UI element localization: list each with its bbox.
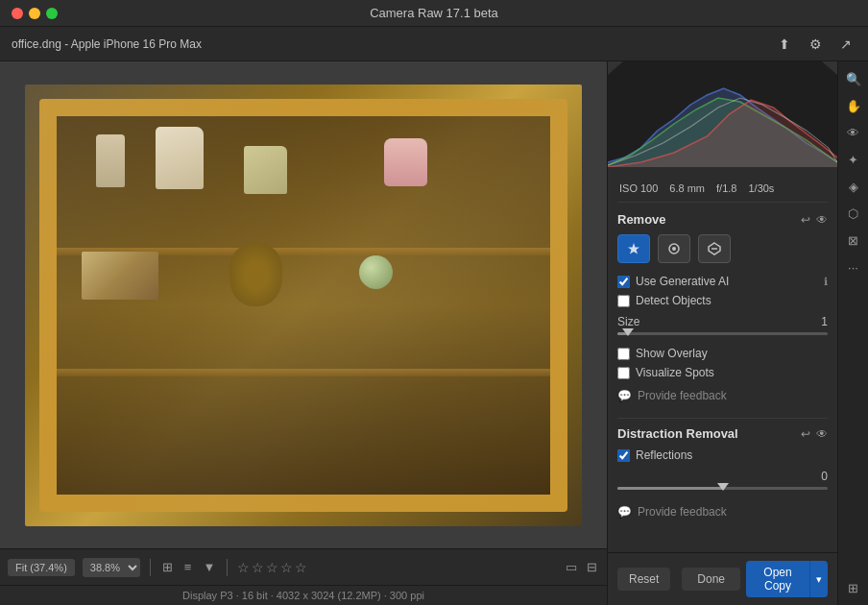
reflections-slider-fill: [617, 487, 723, 490]
zoom-select[interactable]: 38.8% 50% 100% Fit Fill: [83, 558, 140, 577]
distraction-feedback-icon: 💬: [617, 505, 632, 519]
settings-button[interactable]: ⚙: [805, 34, 826, 55]
fullscreen-button[interactable]: ↗: [835, 34, 856, 55]
star-5[interactable]: ☆: [295, 560, 307, 575]
show-overlay-checkbox[interactable]: [617, 348, 630, 360]
section-divider: [617, 418, 828, 419]
star-3[interactable]: ☆: [266, 560, 278, 575]
single-view-icon[interactable]: ▭: [564, 558, 579, 576]
window-title: Camera Raw 17.1 beta: [370, 6, 498, 20]
open-copy-button[interactable]: Open Copy: [746, 561, 809, 597]
obj-figurine-3: [244, 146, 287, 194]
use-generative-ai-label[interactable]: Use Generative AI: [636, 275, 729, 288]
zoom-tool-icon[interactable]: 🔍: [842, 67, 865, 90]
bottom-right-tools: ▭ ⊟: [564, 558, 599, 576]
reflections-checkbox[interactable]: [617, 449, 630, 462]
heal-tool-icon[interactable]: ✦: [842, 148, 865, 171]
remove-object-icon: [707, 241, 722, 256]
distraction-eye-icon[interactable]: 👁: [816, 427, 828, 441]
bottom-buttons: Reset Done Open Copy ▾: [608, 552, 837, 605]
reflections-slider-row: 0: [617, 470, 828, 490]
size-slider-track[interactable]: [617, 332, 828, 335]
reflections-slider-track[interactable]: [617, 487, 828, 490]
photo-preview[interactable]: [25, 85, 582, 526]
remove-section-header: Remove ↩ 👁: [617, 212, 828, 227]
minimize-button[interactable]: [29, 8, 40, 19]
grid-tool-icon[interactable]: ⊞: [842, 576, 865, 599]
done-button[interactable]: Done: [682, 568, 740, 591]
display-info-text: Display P3 · 16 bit · 4032 x 3024 (12.2M…: [182, 590, 424, 601]
heal-icon: [626, 241, 641, 256]
eye-tool-icon[interactable]: 👁: [842, 121, 865, 144]
file-info-left: office.dng - Apple iPhone 16 Pro Max: [12, 37, 202, 51]
toolbar-separator-1: [150, 559, 151, 576]
info-icon[interactable]: ℹ: [824, 276, 828, 288]
hand-tool-icon[interactable]: ✋: [842, 94, 865, 117]
distraction-title: Distraction Removal: [617, 426, 738, 441]
mask-tool-icon[interactable]: ⬡: [842, 202, 865, 225]
file-info-bar: office.dng - Apple iPhone 16 Pro Max ⬆ ⚙…: [0, 27, 868, 61]
reset-button[interactable]: Reset: [617, 568, 670, 591]
remove-feedback-button[interactable]: 💬 Provide feedback: [617, 385, 727, 406]
shutter-stat: 1/30s: [748, 182, 774, 194]
split-view-icon[interactable]: ⊟: [585, 558, 599, 576]
visualize-spots-label[interactable]: Visualize Spots: [636, 366, 714, 379]
toolbar-separator-2: [227, 559, 228, 576]
distraction-undo-icon[interactable]: ↩: [801, 427, 810, 441]
more-tools-icon[interactable]: ···: [842, 255, 865, 278]
size-slider-label-row: Size 1: [617, 315, 828, 328]
focal-stat: 6.8 mm: [669, 182, 705, 194]
right-panel-wrapper: ISO 100 6.8 mm f/1.8 1/30s Remove ↩ 👁: [607, 61, 868, 605]
cabinet-frame: [39, 99, 567, 512]
share-button[interactable]: ⬆: [774, 34, 795, 55]
panel-content: ISO 100 6.8 mm f/1.8 1/30s Remove ↩ 👁: [608, 167, 837, 552]
reflections-slider-thumb[interactable]: [717, 483, 729, 491]
undo-icon[interactable]: ↩: [801, 213, 810, 227]
obj-sphere: [359, 255, 393, 289]
traffic-lights: [12, 8, 58, 19]
detect-objects-label[interactable]: Detect Objects: [636, 294, 711, 307]
show-overlay-label[interactable]: Show Overlay: [636, 347, 708, 360]
iso-stat: ISO 100: [619, 182, 658, 194]
compare-icon[interactable]: ≡: [182, 558, 194, 576]
close-button[interactable]: [12, 8, 23, 19]
filter-icon[interactable]: ▼: [201, 558, 217, 576]
star-4[interactable]: ☆: [280, 560, 293, 575]
loupe-icon[interactable]: ⊞: [160, 558, 175, 576]
detect-objects-row: Detect Objects: [617, 294, 828, 307]
eye-icon[interactable]: 👁: [816, 213, 828, 227]
remove-object-tool-btn[interactable]: [698, 234, 731, 263]
visualize-spots-checkbox[interactable]: [617, 367, 630, 379]
reflections-label[interactable]: Reflections: [636, 448, 692, 462]
crop-tool-icon[interactable]: ⊠: [842, 229, 865, 252]
remove-title: Remove: [617, 212, 666, 227]
shelf-2: [57, 369, 550, 376]
star-1[interactable]: ☆: [237, 560, 250, 575]
remove-feedback-label: Provide feedback: [638, 389, 727, 402]
histogram-area: [608, 61, 837, 167]
distraction-feedback-button[interactable]: 💬 Provide feedback: [617, 501, 727, 522]
star-2[interactable]: ☆: [252, 560, 264, 575]
obj-figurine-1: [96, 134, 125, 187]
use-generative-ai-checkbox[interactable]: [617, 276, 630, 288]
distraction-removal-section: Distraction Removal ↩ 👁 Reflections: [617, 426, 828, 522]
title-bar: Camera Raw 17.1 beta: [0, 0, 868, 27]
fit-button[interactable]: Fit (37.4%): [8, 559, 75, 576]
open-copy-arrow-button[interactable]: ▾: [809, 561, 828, 597]
reflections-value: 0: [821, 470, 828, 483]
color-tool-icon[interactable]: ◈: [842, 175, 865, 198]
size-slider-thumb[interactable]: [622, 328, 634, 336]
clone-tool-btn[interactable]: [658, 234, 690, 263]
show-overlay-row: Show Overlay: [617, 347, 828, 360]
heal-tool-btn[interactable]: [617, 234, 650, 263]
detect-objects-checkbox[interactable]: [617, 295, 630, 307]
reflections-slider-label-row: 0: [617, 470, 828, 483]
size-label: Size: [617, 315, 639, 328]
aperture-stat: f/1.8: [716, 182, 736, 194]
side-icons-strip: 🔍 ✋ 👁 ✦ ◈ ⬡ ⊠ ··· ⊞: [837, 61, 868, 605]
display-info: Display P3 · 16 bit · 4032 x 3024 (12.2M…: [0, 585, 607, 605]
star-rating[interactable]: ☆ ☆ ☆ ☆ ☆: [237, 560, 307, 575]
maximize-button[interactable]: [46, 8, 58, 19]
svg-point-7: [672, 247, 676, 251]
size-value: 1: [821, 315, 828, 328]
